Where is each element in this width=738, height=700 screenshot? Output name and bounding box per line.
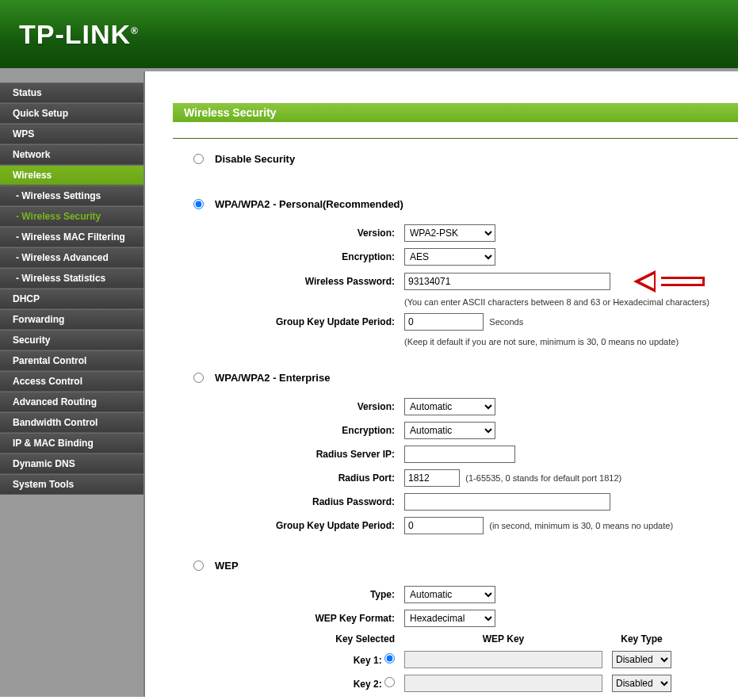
input-radius-pw[interactable] — [404, 493, 610, 511]
label-ent-version: Version: — [225, 395, 400, 419]
head-key-type: Key Type — [607, 630, 676, 648]
label-wireless-password: Wireless Password: — [225, 269, 400, 294]
sidebar-item-dhcp[interactable]: DHCP — [0, 289, 143, 309]
radio-key2[interactable] — [384, 677, 395, 687]
select-keytype1[interactable]: Disabled — [612, 651, 671, 668]
sidebar: StatusQuick SetupWPSNetworkWireless- Wir… — [0, 71, 145, 697]
label-radius-port: Radius Port: — [225, 466, 400, 490]
sidebar-item-access-control[interactable]: Access Control — [0, 371, 143, 392]
head-wep-key: WEP Key — [400, 630, 607, 648]
sidebar-item-wireless-statistics[interactable]: - Wireless Statistics — [0, 268, 143, 289]
select-personal-encryption[interactable]: AES — [404, 248, 495, 266]
sidebar-item-system-tools[interactable]: System Tools — [0, 474, 143, 495]
main-content: Wireless Security Disable Security WPA/W… — [145, 71, 738, 697]
label-personal-version: Version: — [225, 221, 400, 245]
sidebar-item-security[interactable]: Security — [0, 330, 143, 350]
sidebar-item-parental-control[interactable]: Parental Control — [0, 350, 143, 371]
radio-wpa-personal[interactable] — [193, 199, 204, 209]
sidebar-item-network[interactable]: Network — [0, 144, 143, 165]
input-radius-port[interactable] — [404, 469, 460, 487]
label-disable-security: Disable Security — [215, 153, 295, 165]
label-personal-group: Group Key Update Period: — [225, 310, 400, 334]
label-radius-ip: Radius Server IP: — [225, 442, 400, 466]
sidebar-item-quick-setup[interactable]: Quick Setup — [0, 103, 143, 124]
label-key2: Key 2: — [354, 679, 382, 690]
radio-wep[interactable] — [193, 560, 204, 571]
sidebar-item-advanced-routing[interactable]: Advanced Routing — [0, 392, 143, 412]
sidebar-item-bandwidth-control[interactable]: Bandwidth Control — [0, 412, 143, 433]
label-wpa-enterprise: WPA/WPA2 - Enterprise — [215, 372, 330, 384]
label-ent-group: Group Key Update Period: — [225, 514, 400, 537]
radio-key1[interactable] — [384, 653, 395, 664]
input-wireless-password[interactable] — [404, 273, 610, 290]
sidebar-item-wps[interactable]: WPS — [0, 124, 143, 144]
hint-radius-port: (1-65535, 0 stands for default port 1812… — [462, 473, 621, 483]
input-personal-group[interactable] — [404, 313, 484, 331]
head-key-selected: Key Selected — [225, 630, 400, 648]
input-ent-group[interactable] — [404, 517, 484, 534]
label-wep: WEP — [215, 560, 239, 572]
select-keytype2[interactable]: Disabled — [612, 675, 671, 692]
sidebar-item-status[interactable]: Status — [0, 82, 143, 103]
select-wep-format[interactable]: Hexadecimal — [404, 610, 495, 627]
radio-disable-security[interactable] — [193, 154, 204, 164]
brand-logo: TP-LINK® — [19, 19, 139, 50]
label-personal-encryption: Encryption: — [225, 245, 400, 269]
sidebar-item-wireless-advanced[interactable]: - Wireless Advanced — [0, 247, 143, 268]
page-title: Wireless Security — [173, 103, 738, 122]
sidebar-item-forwarding[interactable]: Forwarding — [0, 309, 143, 330]
sidebar-item-wireless[interactable]: Wireless — [0, 165, 143, 186]
hint-ent-group: (in second, minimum is 30, 0 means no up… — [486, 521, 673, 530]
hint-password: (You can enter ASCII characters between … — [400, 294, 714, 310]
sidebar-item-wireless-security[interactable]: - Wireless Security — [0, 206, 143, 227]
unit-seconds: Seconds — [486, 317, 523, 327]
select-ent-version[interactable]: Automatic — [404, 398, 495, 415]
label-wep-format: WEP Key Format: — [225, 606, 400, 630]
hint-personal-group: (Keep it default if you are not sure, mi… — [400, 334, 714, 350]
sidebar-item-wireless-mac-filtering[interactable]: - Wireless MAC Filtering — [0, 227, 143, 247]
label-radius-pw: Radius Password: — [225, 490, 400, 514]
select-wep-type[interactable]: Automatic — [404, 586, 495, 603]
select-ent-encryption[interactable]: Automatic — [404, 422, 495, 439]
label-wpa-personal: WPA/WPA2 - Personal(Recommended) — [215, 198, 403, 210]
annotation-arrow-password — [633, 272, 705, 291]
label-key1: Key 1: — [354, 655, 382, 666]
input-radius-ip[interactable] — [404, 446, 515, 463]
input-wepkey1[interactable] — [404, 651, 602, 668]
label-wep-type: Type: — [225, 583, 400, 606]
label-ent-encryption: Encryption: — [225, 419, 400, 442]
select-personal-version[interactable]: WPA2-PSK — [404, 224, 495, 242]
sidebar-item-wireless-settings[interactable]: - Wireless Settings — [0, 186, 143, 206]
sidebar-item-ip-mac-binding[interactable]: IP & MAC Binding — [0, 433, 143, 453]
app-header: TP-LINK® — [0, 0, 738, 71]
input-wepkey2[interactable] — [404, 675, 602, 692]
divider — [173, 138, 738, 139]
sidebar-item-dynamic-dns[interactable]: Dynamic DNS — [0, 453, 143, 474]
radio-wpa-enterprise[interactable] — [193, 373, 204, 383]
